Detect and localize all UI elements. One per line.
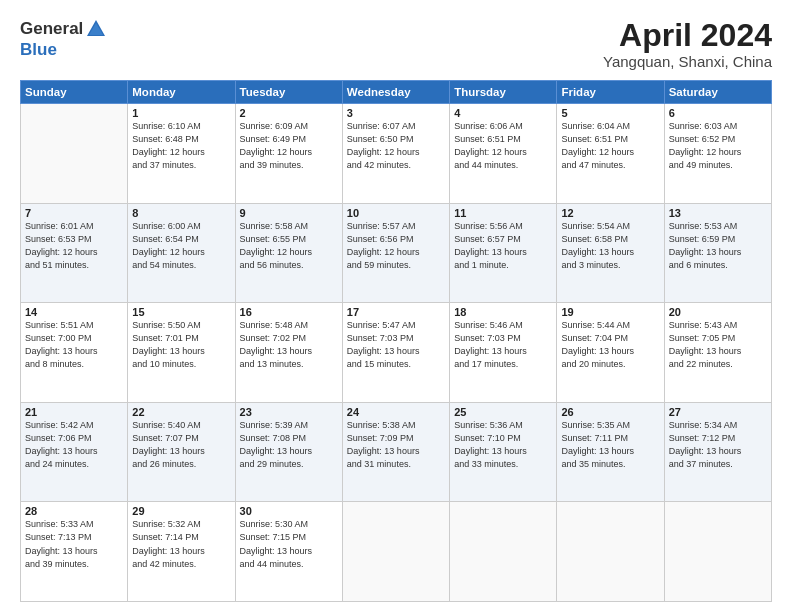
- calendar-cell-w1-d4: 4Sunrise: 6:06 AM Sunset: 6:51 PM Daylig…: [450, 104, 557, 204]
- calendar-cell-w4-d2: 23Sunrise: 5:39 AM Sunset: 7:08 PM Dayli…: [235, 402, 342, 502]
- logo: General Blue: [20, 18, 107, 60]
- calendar-cell-w5-d1: 29Sunrise: 5:32 AM Sunset: 7:14 PM Dayli…: [128, 502, 235, 602]
- calendar-cell-w1-d0: [21, 104, 128, 204]
- calendar-cell-w1-d1: 1Sunrise: 6:10 AM Sunset: 6:48 PM Daylig…: [128, 104, 235, 204]
- day-number: 19: [561, 306, 659, 318]
- day-number: 30: [240, 505, 338, 517]
- day-number: 24: [347, 406, 445, 418]
- day-info: Sunrise: 6:03 AM Sunset: 6:52 PM Dayligh…: [669, 120, 767, 172]
- calendar-cell-w2-d0: 7Sunrise: 6:01 AM Sunset: 6:53 PM Daylig…: [21, 203, 128, 303]
- day-info: Sunrise: 5:36 AM Sunset: 7:10 PM Dayligh…: [454, 419, 552, 471]
- day-number: 28: [25, 505, 123, 517]
- day-info: Sunrise: 5:30 AM Sunset: 7:15 PM Dayligh…: [240, 518, 338, 570]
- day-info: Sunrise: 6:10 AM Sunset: 6:48 PM Dayligh…: [132, 120, 230, 172]
- day-number: 23: [240, 406, 338, 418]
- day-number: 22: [132, 406, 230, 418]
- calendar-cell-w3-d0: 14Sunrise: 5:51 AM Sunset: 7:00 PM Dayli…: [21, 303, 128, 403]
- day-info: Sunrise: 6:01 AM Sunset: 6:53 PM Dayligh…: [25, 220, 123, 272]
- day-info: Sunrise: 5:42 AM Sunset: 7:06 PM Dayligh…: [25, 419, 123, 471]
- logo-icon: [85, 18, 107, 40]
- day-info: Sunrise: 5:46 AM Sunset: 7:03 PM Dayligh…: [454, 319, 552, 371]
- calendar-cell-w1-d2: 2Sunrise: 6:09 AM Sunset: 6:49 PM Daylig…: [235, 104, 342, 204]
- day-number: 16: [240, 306, 338, 318]
- location-subtitle: Yangquan, Shanxi, China: [603, 53, 772, 70]
- day-info: Sunrise: 5:35 AM Sunset: 7:11 PM Dayligh…: [561, 419, 659, 471]
- day-info: Sunrise: 6:04 AM Sunset: 6:51 PM Dayligh…: [561, 120, 659, 172]
- day-number: 17: [347, 306, 445, 318]
- calendar-cell-w1-d5: 5Sunrise: 6:04 AM Sunset: 6:51 PM Daylig…: [557, 104, 664, 204]
- day-number: 18: [454, 306, 552, 318]
- day-info: Sunrise: 5:34 AM Sunset: 7:12 PM Dayligh…: [669, 419, 767, 471]
- day-info: Sunrise: 6:07 AM Sunset: 6:50 PM Dayligh…: [347, 120, 445, 172]
- day-number: 6: [669, 107, 767, 119]
- day-info: Sunrise: 5:56 AM Sunset: 6:57 PM Dayligh…: [454, 220, 552, 272]
- day-info: Sunrise: 6:09 AM Sunset: 6:49 PM Dayligh…: [240, 120, 338, 172]
- day-number: 20: [669, 306, 767, 318]
- calendar-cell-w5-d6: [664, 502, 771, 602]
- calendar-cell-w4-d0: 21Sunrise: 5:42 AM Sunset: 7:06 PM Dayli…: [21, 402, 128, 502]
- day-number: 2: [240, 107, 338, 119]
- day-info: Sunrise: 5:53 AM Sunset: 6:59 PM Dayligh…: [669, 220, 767, 272]
- calendar-cell-w5-d0: 28Sunrise: 5:33 AM Sunset: 7:13 PM Dayli…: [21, 502, 128, 602]
- calendar-cell-w5-d5: [557, 502, 664, 602]
- day-info: Sunrise: 5:33 AM Sunset: 7:13 PM Dayligh…: [25, 518, 123, 570]
- calendar-cell-w3-d5: 19Sunrise: 5:44 AM Sunset: 7:04 PM Dayli…: [557, 303, 664, 403]
- day-number: 14: [25, 306, 123, 318]
- calendar-cell-w1-d3: 3Sunrise: 6:07 AM Sunset: 6:50 PM Daylig…: [342, 104, 449, 204]
- calendar-cell-w5-d4: [450, 502, 557, 602]
- header-wednesday: Wednesday: [342, 81, 449, 104]
- day-info: Sunrise: 5:40 AM Sunset: 7:07 PM Dayligh…: [132, 419, 230, 471]
- day-info: Sunrise: 5:50 AM Sunset: 7:01 PM Dayligh…: [132, 319, 230, 371]
- day-info: Sunrise: 5:48 AM Sunset: 7:02 PM Dayligh…: [240, 319, 338, 371]
- day-number: 26: [561, 406, 659, 418]
- header-tuesday: Tuesday: [235, 81, 342, 104]
- day-info: Sunrise: 5:47 AM Sunset: 7:03 PM Dayligh…: [347, 319, 445, 371]
- title-block: April 2024 Yangquan, Shanxi, China: [603, 18, 772, 70]
- logo-general-text: General: [20, 19, 83, 39]
- day-number: 25: [454, 406, 552, 418]
- calendar-cell-w3-d4: 18Sunrise: 5:46 AM Sunset: 7:03 PM Dayli…: [450, 303, 557, 403]
- calendar-cell-w2-d6: 13Sunrise: 5:53 AM Sunset: 6:59 PM Dayli…: [664, 203, 771, 303]
- week-row-4: 21Sunrise: 5:42 AM Sunset: 7:06 PM Dayli…: [21, 402, 772, 502]
- calendar-cell-w3-d2: 16Sunrise: 5:48 AM Sunset: 7:02 PM Dayli…: [235, 303, 342, 403]
- day-number: 3: [347, 107, 445, 119]
- calendar-cell-w5-d2: 30Sunrise: 5:30 AM Sunset: 7:15 PM Dayli…: [235, 502, 342, 602]
- day-number: 27: [669, 406, 767, 418]
- day-number: 10: [347, 207, 445, 219]
- calendar-cell-w3-d6: 20Sunrise: 5:43 AM Sunset: 7:05 PM Dayli…: [664, 303, 771, 403]
- week-row-2: 7Sunrise: 6:01 AM Sunset: 6:53 PM Daylig…: [21, 203, 772, 303]
- calendar-cell-w1-d6: 6Sunrise: 6:03 AM Sunset: 6:52 PM Daylig…: [664, 104, 771, 204]
- header-thursday: Thursday: [450, 81, 557, 104]
- day-info: Sunrise: 5:54 AM Sunset: 6:58 PM Dayligh…: [561, 220, 659, 272]
- day-number: 15: [132, 306, 230, 318]
- month-title: April 2024: [603, 18, 772, 53]
- header: General Blue April 2024 Yangquan, Shanxi…: [20, 18, 772, 70]
- calendar-cell-w3-d1: 15Sunrise: 5:50 AM Sunset: 7:01 PM Dayli…: [128, 303, 235, 403]
- calendar-cell-w2-d2: 9Sunrise: 5:58 AM Sunset: 6:55 PM Daylig…: [235, 203, 342, 303]
- day-info: Sunrise: 5:38 AM Sunset: 7:09 PM Dayligh…: [347, 419, 445, 471]
- day-number: 29: [132, 505, 230, 517]
- day-info: Sunrise: 6:06 AM Sunset: 6:51 PM Dayligh…: [454, 120, 552, 172]
- calendar-cell-w4-d5: 26Sunrise: 5:35 AM Sunset: 7:11 PM Dayli…: [557, 402, 664, 502]
- weekday-header-row: Sunday Monday Tuesday Wednesday Thursday…: [21, 81, 772, 104]
- calendar-table: Sunday Monday Tuesday Wednesday Thursday…: [20, 80, 772, 602]
- day-number: 5: [561, 107, 659, 119]
- header-sunday: Sunday: [21, 81, 128, 104]
- day-number: 13: [669, 207, 767, 219]
- day-info: Sunrise: 5:39 AM Sunset: 7:08 PM Dayligh…: [240, 419, 338, 471]
- calendar-cell-w4-d3: 24Sunrise: 5:38 AM Sunset: 7:09 PM Dayli…: [342, 402, 449, 502]
- header-monday: Monday: [128, 81, 235, 104]
- header-friday: Friday: [557, 81, 664, 104]
- day-info: Sunrise: 5:51 AM Sunset: 7:00 PM Dayligh…: [25, 319, 123, 371]
- day-info: Sunrise: 5:58 AM Sunset: 6:55 PM Dayligh…: [240, 220, 338, 272]
- week-row-5: 28Sunrise: 5:33 AM Sunset: 7:13 PM Dayli…: [21, 502, 772, 602]
- calendar-cell-w5-d3: [342, 502, 449, 602]
- header-saturday: Saturday: [664, 81, 771, 104]
- day-number: 11: [454, 207, 552, 219]
- day-number: 4: [454, 107, 552, 119]
- day-info: Sunrise: 5:32 AM Sunset: 7:14 PM Dayligh…: [132, 518, 230, 570]
- calendar-cell-w4-d1: 22Sunrise: 5:40 AM Sunset: 7:07 PM Dayli…: [128, 402, 235, 502]
- calendar-cell-w4-d4: 25Sunrise: 5:36 AM Sunset: 7:10 PM Dayli…: [450, 402, 557, 502]
- calendar-cell-w2-d4: 11Sunrise: 5:56 AM Sunset: 6:57 PM Dayli…: [450, 203, 557, 303]
- logo-blue-text: Blue: [20, 40, 57, 60]
